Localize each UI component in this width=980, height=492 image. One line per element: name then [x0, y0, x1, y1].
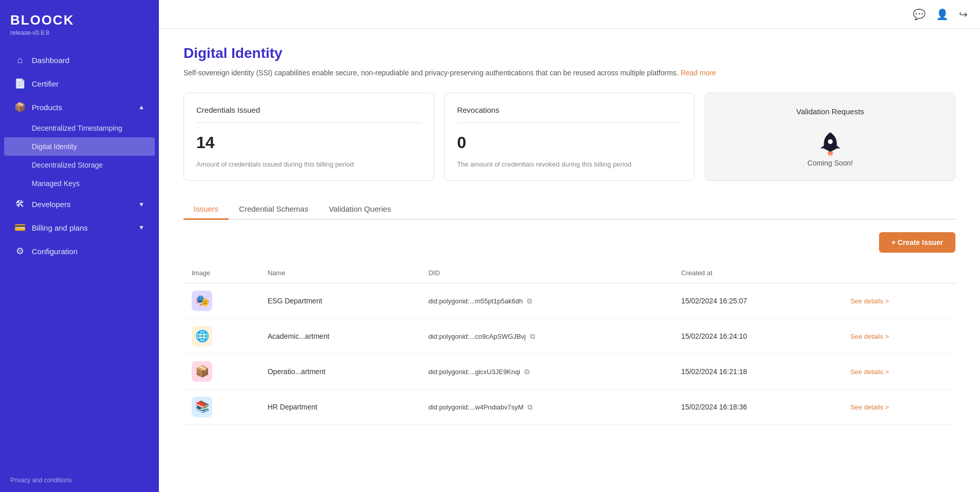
issuer-created-academic-dept: 15/02/2024 16:24:10: [681, 332, 747, 340]
table-row: 🎭 ESG Department did:polygonid:...m55pt1…: [183, 283, 955, 319]
table-row: 🌐 Academic...artment did:polygonid:...co…: [183, 319, 955, 354]
col-actions: [842, 263, 955, 283]
validation-requests-label: Validation Requests: [797, 107, 864, 124]
issuer-created-esg-dept: 15/02/2024 16:25:07: [681, 297, 747, 305]
credentials-issued-card: Credentials Issued 14 Amount of credenti…: [183, 93, 434, 181]
copy-did-icon[interactable]: ⧉: [527, 403, 533, 412]
see-details-operations-dept[interactable]: See details >: [850, 368, 889, 376]
sidebar-label-dashboard: Dashboard: [32, 56, 69, 65]
sidebar-label-billing: Billing and plans: [32, 223, 88, 232]
sidebar-item-certifier[interactable]: 📄 Certifier: [4, 72, 155, 95]
col-image: Image: [183, 263, 259, 283]
products-subnav: Decentralized Timestamping Digital Ident…: [0, 119, 159, 193]
billing-expand-icon: ▼: [138, 224, 145, 231]
table-body: 🎭 ESG Department did:polygonid:...m55pt1…: [183, 283, 955, 425]
revocations-sublabel: The amount of credentials revoked during…: [457, 160, 682, 168]
row-image-cell: 📚: [183, 389, 259, 425]
sidebar-item-dec-storage[interactable]: Decentralized Storage: [4, 156, 155, 174]
row-name-cell: Operatio...artment: [259, 354, 420, 389]
see-details-esg-dept[interactable]: See details >: [850, 297, 889, 305]
issuer-created-hr-dept: 15/02/2024 16:18:36: [681, 403, 747, 411]
copy-did-icon[interactable]: ⧉: [527, 297, 532, 305]
issuer-did-academic-dept: did:polygonid:...co9cApSWGJBvj: [428, 333, 526, 340]
sidebar-item-managed-keys[interactable]: Managed Keys: [4, 174, 155, 193]
user-icon[interactable]: 👤: [936, 8, 949, 20]
sidebar-item-billing[interactable]: 💳 Billing and plans ▼: [4, 216, 155, 239]
row-did-cell: did:polygonid:...gicxU3JE9Knqi ⧉: [420, 354, 673, 389]
sidebar-item-configuration[interactable]: ⚙ Configuration: [4, 239, 155, 263]
revocations-card: Revocations 0 The amount of credentials …: [444, 93, 695, 181]
sidebar-item-developers[interactable]: 🛠 Developers ▼: [4, 193, 155, 216]
page-content: Digital Identity Self-sovereign identity…: [159, 29, 980, 492]
tab-validation-queries[interactable]: Validation Queries: [318, 199, 401, 220]
table-row: 📦 Operatio...artment did:polygonid:...gi…: [183, 354, 955, 389]
sidebar: BLOOCK release-v0.8.8 ⌂ Dashboard 📄 Cert…: [0, 0, 159, 492]
create-issuer-button[interactable]: + Create Issuer: [879, 232, 955, 253]
sidebar-label-certifier: Certifier: [32, 79, 59, 88]
row-created-cell: 15/02/2024 16:21:18: [673, 354, 842, 389]
row-name-cell: ESG Department: [259, 283, 420, 319]
row-name-cell: HR Department: [259, 389, 420, 425]
topbar: 💬 👤 ↪: [159, 0, 980, 29]
sidebar-label-products: Products: [32, 103, 62, 112]
app-version: release-v0.8.8: [10, 29, 149, 36]
copy-did-icon[interactable]: ⧉: [530, 332, 535, 341]
billing-icon: 💳: [14, 222, 26, 233]
coming-soon-text: Coming Soon!: [807, 159, 853, 167]
read-more-link[interactable]: Read more: [681, 69, 716, 77]
privacy-footer[interactable]: Privacy and conditions: [0, 468, 159, 492]
sidebar-item-dashboard[interactable]: ⌂ Dashboard: [4, 49, 155, 72]
page-title: Digital Identity: [183, 45, 955, 61]
row-created-cell: 15/02/2024 16:24:10: [673, 319, 842, 354]
issuer-did-hr-dept: did:polygonid:...w4Pndiabv7syM: [428, 403, 524, 411]
issuer-avatar-academic-dept: 🌐: [192, 326, 212, 346]
see-details-academic-dept[interactable]: See details >: [850, 333, 889, 340]
issuers-table: Image Name DID Created at 🎭 ESG Departme…: [183, 263, 955, 425]
credentials-issued-label: Credentials Issued: [196, 106, 421, 123]
app-logo: BLOOCK: [10, 12, 149, 28]
dashboard-icon: ⌂: [14, 55, 26, 66]
credentials-issued-value: 14: [196, 133, 421, 152]
credentials-issued-sublabel: Amount of credentials issued during this…: [196, 160, 421, 168]
copy-did-icon[interactable]: ⧉: [524, 367, 529, 376]
sidebar-item-products[interactable]: 📦 Products ▲: [4, 95, 155, 119]
issuer-did-esg-dept: did:polygonid:...m55pt1p5ak6dh: [428, 297, 523, 305]
logo-area: BLOOCK release-v0.8.8: [0, 0, 159, 40]
col-did: DID: [420, 263, 673, 283]
table-row: 📚 HR Department did:polygonid:...w4Pndia…: [183, 389, 955, 425]
page-description: Self-sovereign identity (SSI) capabiliti…: [183, 68, 955, 78]
revocations-value: 0: [457, 133, 682, 152]
issuer-did-operations-dept: did:polygonid:...gicxU3JE9Knqi: [428, 368, 520, 376]
sidebar-item-digital-identity[interactable]: Digital Identity: [4, 137, 155, 156]
revocations-label: Revocations: [457, 106, 682, 123]
issuer-name-hr-dept: HR Department: [268, 403, 317, 411]
row-did-cell: did:polygonid:...m55pt1p5ak6dh ⧉: [420, 283, 673, 319]
tabs-bar: Issuers Credential Schemas Validation Qu…: [183, 199, 955, 220]
logout-icon[interactable]: ↪: [959, 8, 968, 20]
validation-requests-card: Validation Requests Coming Soon!: [705, 93, 955, 181]
sidebar-nav: ⌂ Dashboard 📄 Certifier 📦 Products ▲ Dec…: [0, 40, 159, 468]
row-action-cell: See details >: [842, 354, 955, 389]
sidebar-item-dec-timestamping[interactable]: Decentralized Timestamping: [4, 119, 155, 137]
tab-issuers[interactable]: Issuers: [183, 199, 229, 220]
see-details-hr-dept[interactable]: See details >: [850, 403, 889, 411]
row-created-cell: 15/02/2024 16:18:36: [673, 389, 842, 425]
issuer-name-operations-dept: Operatio...artment: [268, 367, 325, 376]
chat-icon[interactable]: 💬: [913, 8, 926, 20]
row-name-cell: Academic...artment: [259, 319, 420, 354]
developers-expand-icon: ▼: [138, 201, 145, 208]
issuer-avatar-hr-dept: 📚: [192, 397, 212, 417]
sidebar-label-configuration: Configuration: [32, 247, 77, 256]
tab-credential-schemas[interactable]: Credential Schemas: [229, 199, 318, 220]
row-image-cell: 🎭: [183, 283, 259, 319]
col-created-at: Created at: [673, 263, 842, 283]
rocket-icon: [816, 130, 845, 159]
row-did-cell: did:polygonid:...w4Pndiabv7syM ⧉: [420, 389, 673, 425]
issuer-created-operations-dept: 15/02/2024 16:21:18: [681, 367, 747, 376]
main-area: 💬 👤 ↪ Digital Identity Self-sovereign id…: [159, 0, 980, 492]
configuration-icon: ⚙: [14, 245, 26, 257]
issuers-toolbar: + Create Issuer: [183, 232, 955, 253]
products-expand-icon: ▲: [138, 104, 145, 111]
products-icon: 📦: [14, 101, 26, 113]
developers-icon: 🛠: [14, 199, 26, 210]
